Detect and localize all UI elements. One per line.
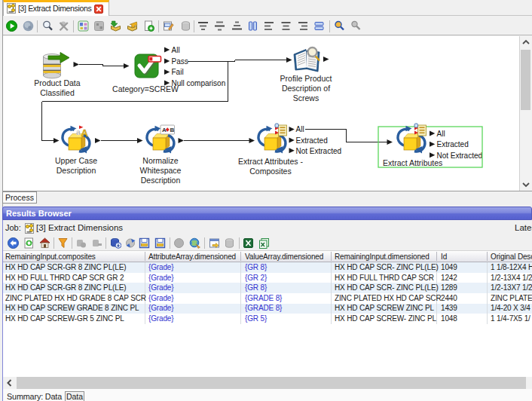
- svg-text:All: All: [437, 130, 445, 138]
- svg-text:Screws: Screws: [293, 93, 319, 103]
- svg-text:A: A: [81, 127, 89, 139]
- svg-text:Upper Case: Upper Case: [55, 156, 97, 165]
- svg-text:Description: Description: [141, 176, 181, 185]
- svg-text:Fail: Fail: [172, 68, 184, 76]
- svg-text:A: A: [162, 127, 167, 133]
- svg-text:Extracted: Extracted: [296, 136, 328, 145]
- svg-text:B: B: [170, 127, 175, 133]
- svg-text:Not Extracted: Not Extracted: [296, 147, 342, 155]
- svg-text:Product Data: Product Data: [34, 78, 80, 87]
- svg-text:Extracted: Extracted: [437, 140, 469, 148]
- svg-text:Category=SCREW: Category=SCREW: [112, 84, 179, 93]
- svg-text:All: All: [172, 46, 180, 54]
- svg-text:Null comparison: Null comparison: [172, 79, 226, 87]
- svg-text:Classified: Classified: [40, 88, 75, 97]
- svg-text:Description: Description: [57, 166, 96, 175]
- svg-text:Normalize: Normalize: [142, 156, 178, 165]
- svg-text:a: a: [76, 128, 81, 136]
- svg-text:Pass: Pass: [172, 57, 188, 66]
- svg-text:Composites: Composites: [249, 167, 291, 176]
- svg-text:Whitespace: Whitespace: [140, 166, 182, 175]
- svg-text:Extract Attributes: Extract Attributes: [383, 158, 442, 167]
- svg-text:All: All: [296, 125, 304, 133]
- svg-text:Description of: Description of: [282, 84, 330, 93]
- svg-text:Extract Attributes -: Extract Attributes -: [238, 157, 303, 166]
- svg-text:Not Extracted: Not Extracted: [437, 152, 483, 160]
- svg-text:Profile Product: Profile Product: [280, 74, 332, 83]
